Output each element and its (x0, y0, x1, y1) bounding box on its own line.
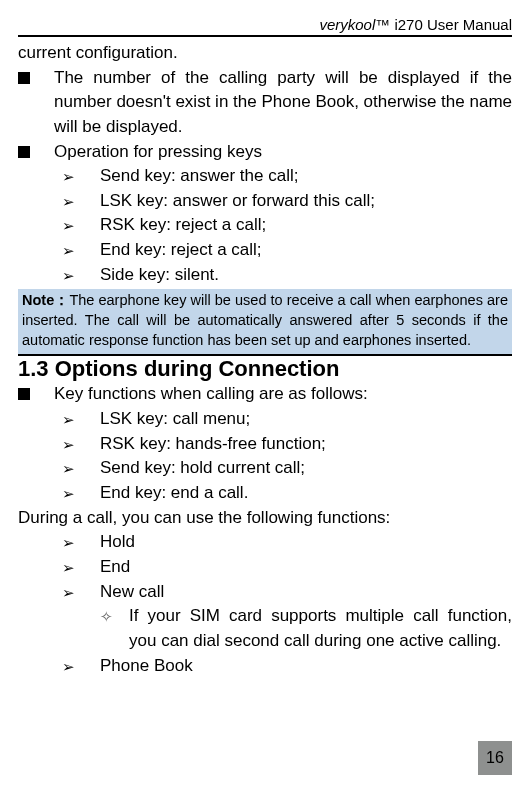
bullet-operation: Operation for pressing keys (18, 140, 512, 165)
func-text: Phone Book (100, 654, 512, 679)
key-item: ➢LSK key: call menu; (18, 407, 512, 432)
key-text: End key: end a call. (100, 481, 512, 506)
op-text: End key: reject a call; (100, 238, 512, 263)
bullet-number-display: The number of the calling party will be … (18, 66, 512, 140)
diamond-icon: ✧ (100, 606, 113, 628)
key-text: Send key: hold current call; (100, 456, 512, 481)
arrow-icon: ➢ (62, 240, 78, 262)
bullet-keyfunctions: Key functions when calling are as follow… (18, 382, 512, 407)
arrow-icon: ➢ (62, 582, 78, 604)
arrow-icon: ➢ (62, 265, 78, 287)
square-bullet-icon (18, 146, 30, 158)
func-item: ➢Hold (18, 530, 512, 555)
func-text: End (100, 555, 512, 580)
during-call-text: During a call, you can use the following… (18, 506, 512, 531)
arrow-icon: ➢ (62, 532, 78, 554)
func-text: New call (100, 580, 512, 605)
intro-continuation: current configuration. (18, 41, 512, 66)
op-item: ➢LSK key: answer or forward this call; (18, 189, 512, 214)
key-item: ➢RSK key: hands-free function; (18, 432, 512, 457)
key-text: RSK key: hands-free function; (100, 432, 512, 457)
bullet-text: Operation for pressing keys (54, 140, 512, 165)
arrow-icon: ➢ (62, 409, 78, 431)
page-number: 16 (478, 741, 512, 775)
note-text: The earphone key will be used to receive… (22, 292, 508, 347)
sim-note: ✧ If your SIM card supports multiple cal… (18, 604, 512, 653)
arrow-icon: ➢ (62, 215, 78, 237)
key-item: ➢End key: end a call. (18, 481, 512, 506)
square-bullet-icon (18, 72, 30, 84)
op-text: RSK key: reject a call; (100, 213, 512, 238)
section-heading: 1.3 Options during Connection (18, 354, 512, 382)
op-text: LSK key: answer or forward this call; (100, 189, 512, 214)
bullet-text: The number of the calling party will be … (54, 66, 512, 140)
arrow-icon: ➢ (62, 166, 78, 188)
arrow-icon: ➢ (62, 434, 78, 456)
key-item: ➢Send key: hold current call; (18, 456, 512, 481)
arrow-icon: ➢ (62, 458, 78, 480)
arrow-icon: ➢ (62, 557, 78, 579)
func-text: Hold (100, 530, 512, 555)
note-box: Note：The earphone key will be used to re… (18, 289, 512, 354)
tm: ™ (375, 16, 390, 33)
op-item: ➢Send key: answer the call; (18, 164, 512, 189)
op-text: Side key: silent. (100, 263, 512, 288)
key-text: LSK key: call menu; (100, 407, 512, 432)
bullet-text: Key functions when calling are as follow… (54, 382, 512, 407)
arrow-icon: ➢ (62, 191, 78, 213)
func-item: ➢Phone Book (18, 654, 512, 679)
func-item: ➢End (18, 555, 512, 580)
page-header: verykool™ i270 User Manual (18, 16, 512, 37)
op-item: ➢End key: reject a call; (18, 238, 512, 263)
brand: verykool (319, 16, 375, 33)
model: i270 User Manual (390, 16, 512, 33)
func-item: ➢New call (18, 580, 512, 605)
page-content: current configuration. The number of the… (18, 41, 512, 678)
op-item: ➢RSK key: reject a call; (18, 213, 512, 238)
sim-note-text: If your SIM card supports multiple call … (129, 604, 512, 653)
note-label: Note： (22, 292, 69, 308)
arrow-icon: ➢ (62, 656, 78, 678)
arrow-icon: ➢ (62, 483, 78, 505)
op-text: Send key: answer the call; (100, 164, 512, 189)
op-item: ➢Side key: silent. (18, 263, 512, 288)
square-bullet-icon (18, 388, 30, 400)
